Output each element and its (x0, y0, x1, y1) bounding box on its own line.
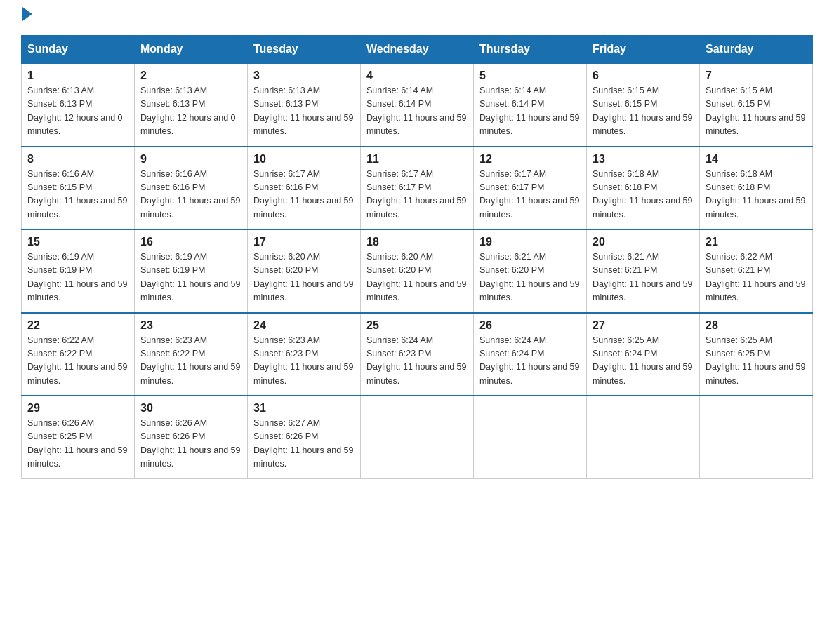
day-info: Sunrise: 6:20 AMSunset: 6:20 PMDaylight:… (253, 252, 353, 302)
day-number: 23 (140, 319, 241, 332)
day-number: 19 (479, 236, 581, 248)
calendar-cell: 19 Sunrise: 6:21 AMSunset: 6:20 PMDaylig… (474, 229, 587, 313)
day-info: Sunrise: 6:13 AMSunset: 6:13 PMDaylight:… (140, 86, 236, 136)
calendar-cell: 27 Sunrise: 6:25 AMSunset: 6:24 PMDaylig… (587, 313, 700, 396)
calendar-cell: 21 Sunrise: 6:22 AMSunset: 6:21 PMDaylig… (700, 229, 813, 313)
calendar-week-row: 29 Sunrise: 6:26 AMSunset: 6:25 PMDaylig… (22, 396, 813, 478)
day-info: Sunrise: 6:13 AMSunset: 6:13 PMDaylight:… (27, 86, 123, 136)
calendar-week-row: 8 Sunrise: 6:16 AMSunset: 6:15 PMDayligh… (22, 147, 813, 230)
calendar-cell (587, 396, 700, 478)
day-number: 11 (366, 153, 468, 166)
calendar-cell: 4 Sunrise: 6:14 AMSunset: 6:14 PMDayligh… (361, 63, 474, 147)
day-number: 30 (140, 402, 241, 415)
calendar-cell: 28 Sunrise: 6:25 AMSunset: 6:25 PMDaylig… (700, 313, 813, 396)
day-info: Sunrise: 6:18 AMSunset: 6:18 PMDaylight:… (593, 169, 692, 220)
calendar-cell (474, 396, 587, 478)
day-info: Sunrise: 6:14 AMSunset: 6:14 PMDaylight:… (366, 86, 466, 136)
day-info: Sunrise: 6:19 AMSunset: 6:19 PMDaylight:… (140, 252, 240, 302)
day-info: Sunrise: 6:22 AMSunset: 6:22 PMDaylight:… (27, 335, 127, 386)
day-info: Sunrise: 6:25 AMSunset: 6:24 PMDaylight:… (593, 335, 692, 386)
calendar-cell: 15 Sunrise: 6:19 AMSunset: 6:19 PMDaylig… (22, 229, 135, 313)
calendar-header-row: SundayMondayTuesdayWednesdayThursdayFrid… (22, 36, 813, 64)
column-header-sunday: Sunday (22, 36, 135, 64)
day-number: 4 (366, 69, 468, 82)
day-number: 24 (253, 319, 355, 332)
day-info: Sunrise: 6:17 AMSunset: 6:16 PMDaylight:… (253, 169, 353, 220)
day-info: Sunrise: 6:17 AMSunset: 6:17 PMDaylight:… (366, 169, 466, 220)
day-info: Sunrise: 6:19 AMSunset: 6:19 PMDaylight:… (27, 252, 127, 302)
calendar-cell (361, 396, 474, 478)
day-info: Sunrise: 6:21 AMSunset: 6:20 PMDaylight:… (479, 252, 579, 302)
day-info: Sunrise: 6:14 AMSunset: 6:14 PMDaylight:… (479, 86, 579, 136)
day-info: Sunrise: 6:20 AMSunset: 6:20 PMDaylight:… (366, 252, 466, 302)
calendar-cell: 6 Sunrise: 6:15 AMSunset: 6:15 PMDayligh… (587, 63, 700, 147)
day-number: 2 (140, 69, 241, 82)
day-number: 26 (479, 319, 581, 332)
day-number: 21 (706, 236, 807, 248)
logo-arrow-icon (22, 7, 32, 21)
calendar-cell: 5 Sunrise: 6:14 AMSunset: 6:14 PMDayligh… (474, 63, 587, 147)
calendar-cell: 9 Sunrise: 6:16 AMSunset: 6:16 PMDayligh… (135, 147, 248, 230)
day-number: 8 (27, 153, 128, 166)
calendar-cell: 22 Sunrise: 6:22 AMSunset: 6:22 PMDaylig… (22, 313, 135, 396)
calendar-cell: 26 Sunrise: 6:24 AMSunset: 6:24 PMDaylig… (474, 313, 587, 396)
day-info: Sunrise: 6:15 AMSunset: 6:15 PMDaylight:… (593, 86, 692, 136)
day-info: Sunrise: 6:16 AMSunset: 6:15 PMDaylight:… (27, 169, 127, 220)
calendar-week-row: 1 Sunrise: 6:13 AMSunset: 6:13 PMDayligh… (22, 63, 813, 147)
day-info: Sunrise: 6:22 AMSunset: 6:21 PMDaylight:… (706, 252, 805, 302)
day-info: Sunrise: 6:16 AMSunset: 6:16 PMDaylight:… (140, 169, 240, 220)
day-info: Sunrise: 6:23 AMSunset: 6:23 PMDaylight:… (253, 335, 353, 386)
day-info: Sunrise: 6:26 AMSunset: 6:25 PMDaylight:… (27, 418, 127, 469)
day-info: Sunrise: 6:17 AMSunset: 6:17 PMDaylight:… (479, 169, 579, 220)
column-header-thursday: Thursday (474, 36, 587, 64)
calendar-cell: 2 Sunrise: 6:13 AMSunset: 6:13 PMDayligh… (135, 63, 248, 147)
day-number: 14 (706, 153, 807, 166)
calendar-cell: 11 Sunrise: 6:17 AMSunset: 6:17 PMDaylig… (361, 147, 474, 230)
logo (21, 14, 32, 21)
calendar-cell: 14 Sunrise: 6:18 AMSunset: 6:18 PMDaylig… (700, 147, 813, 230)
calendar-cell: 30 Sunrise: 6:26 AMSunset: 6:26 PMDaylig… (135, 396, 248, 478)
calendar-cell: 25 Sunrise: 6:24 AMSunset: 6:23 PMDaylig… (361, 313, 474, 396)
day-number: 16 (140, 236, 241, 248)
day-number: 9 (140, 153, 241, 166)
calendar-cell: 24 Sunrise: 6:23 AMSunset: 6:23 PMDaylig… (248, 313, 361, 396)
column-header-wednesday: Wednesday (361, 36, 474, 64)
calendar-cell: 17 Sunrise: 6:20 AMSunset: 6:20 PMDaylig… (248, 229, 361, 313)
calendar-week-row: 22 Sunrise: 6:22 AMSunset: 6:22 PMDaylig… (22, 313, 813, 396)
day-number: 29 (27, 402, 128, 415)
calendar-cell: 1 Sunrise: 6:13 AMSunset: 6:13 PMDayligh… (22, 63, 135, 147)
column-header-tuesday: Tuesday (248, 36, 361, 64)
day-info: Sunrise: 6:24 AMSunset: 6:23 PMDaylight:… (366, 335, 466, 386)
day-number: 10 (253, 153, 355, 166)
day-number: 7 (706, 69, 807, 82)
day-number: 5 (479, 69, 581, 82)
calendar-cell: 23 Sunrise: 6:23 AMSunset: 6:22 PMDaylig… (135, 313, 248, 396)
day-number: 15 (27, 236, 128, 248)
day-number: 25 (366, 319, 468, 332)
day-info: Sunrise: 6:26 AMSunset: 6:26 PMDaylight:… (140, 418, 240, 469)
calendar-cell: 3 Sunrise: 6:13 AMSunset: 6:13 PMDayligh… (248, 63, 361, 147)
day-info: Sunrise: 6:23 AMSunset: 6:22 PMDaylight:… (140, 335, 240, 386)
day-info: Sunrise: 6:24 AMSunset: 6:24 PMDaylight:… (479, 335, 579, 386)
day-number: 12 (479, 153, 581, 166)
column-header-saturday: Saturday (700, 36, 813, 64)
day-number: 28 (706, 319, 807, 332)
day-number: 20 (593, 236, 694, 248)
day-number: 13 (593, 153, 694, 166)
day-info: Sunrise: 6:25 AMSunset: 6:25 PMDaylight:… (706, 335, 805, 386)
calendar-cell: 29 Sunrise: 6:26 AMSunset: 6:25 PMDaylig… (22, 396, 135, 478)
day-number: 1 (27, 69, 128, 82)
calendar-cell: 20 Sunrise: 6:21 AMSunset: 6:21 PMDaylig… (587, 229, 700, 313)
calendar-cell: 8 Sunrise: 6:16 AMSunset: 6:15 PMDayligh… (22, 147, 135, 230)
day-info: Sunrise: 6:18 AMSunset: 6:18 PMDaylight:… (706, 169, 805, 220)
calendar-cell: 31 Sunrise: 6:27 AMSunset: 6:26 PMDaylig… (248, 396, 361, 478)
day-number: 18 (366, 236, 468, 248)
calendar-cell: 7 Sunrise: 6:15 AMSunset: 6:15 PMDayligh… (700, 63, 813, 147)
day-number: 31 (253, 402, 355, 415)
day-info: Sunrise: 6:15 AMSunset: 6:15 PMDaylight:… (706, 86, 805, 136)
calendar-table: SundayMondayTuesdayWednesdayThursdayFrid… (21, 35, 813, 479)
day-number: 6 (593, 69, 694, 82)
calendar-cell: 16 Sunrise: 6:19 AMSunset: 6:19 PMDaylig… (135, 229, 248, 313)
calendar-cell: 13 Sunrise: 6:18 AMSunset: 6:18 PMDaylig… (587, 147, 700, 230)
calendar-cell: 12 Sunrise: 6:17 AMSunset: 6:17 PMDaylig… (474, 147, 587, 230)
